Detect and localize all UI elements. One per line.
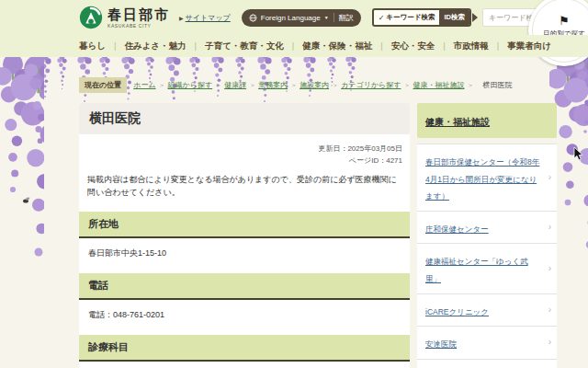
current-location-badge: 現在の位置	[79, 77, 127, 93]
pointer-right-icon	[472, 13, 478, 22]
sidebar-item[interactable]: iCAREクリニック ›	[417, 293, 557, 327]
logo-title: 春日部市	[107, 7, 170, 21]
info-sections: 所在地 春日部市中央1-15-10 電話 電話：048-761-0201 診療科…	[79, 212, 410, 368]
sidebar: 健康・福祉施設 春日部市保健センター（令和8年4月1日から開所日が変更になります…	[417, 103, 557, 368]
foreign-language-button[interactable]: Foreign Language ▼ 翻訳	[242, 9, 361, 27]
section-text: 春日部市中央1-15-10	[79, 238, 410, 261]
breadcrumb-current: 横田医院	[482, 80, 512, 90]
breadcrumb-link[interactable]: カテゴリから探す	[341, 80, 413, 90]
sidebar-link[interactable]: iCAREクリニック	[425, 307, 489, 316]
section-heading: 所在地	[79, 212, 410, 238]
nav-item[interactable]: 健康・保険・福祉	[284, 40, 372, 52]
translate-label: 翻訳	[339, 13, 354, 23]
breadcrumb: 現在の位置 ホーム 組織から探す 健康課 業務案内 施設案内 カテゴリから探す …	[79, 77, 512, 93]
nav-item[interactable]: 住みよさ・魅力	[106, 40, 187, 52]
section-heading: 診療科目	[79, 335, 410, 362]
breadcrumb-link[interactable]: 健康・福祉施設	[413, 80, 476, 90]
page-meta: 更新日：2025年03月05日 ページID：4271	[79, 134, 410, 167]
section-heading: 電話	[79, 273, 410, 300]
columns: 横田医院 更新日：2025年03月05日 ページID：4271 掲載内容は都合に…	[79, 103, 557, 368]
sidebar-link[interactable]: 庄和保健センター	[425, 224, 489, 234]
sidebar-item[interactable]: あゆみクリニック ›	[417, 359, 557, 368]
nav-item[interactable]: 市政情報	[435, 40, 488, 52]
section-text: 電話：048-761-0201	[79, 300, 410, 323]
city-logo-icon	[79, 6, 103, 29]
logo-text: 春日部市 KASUKABE CITY	[107, 7, 170, 29]
sitemap-link[interactable]: ▶ サイトマップ	[179, 13, 231, 23]
sidebar-link[interactable]: 安達医院	[425, 339, 457, 349]
check-icon: ✓	[379, 14, 385, 22]
sidebar-item[interactable]: 庄和保健センター ›	[417, 211, 557, 244]
chevron-right-icon: ›	[548, 305, 551, 315]
foreign-language-label: Foreign Language	[261, 14, 321, 22]
site-header: 春日部市 KASUKABE CITY ▶ サイトマップ Foreign Lang…	[0, 0, 588, 35]
triangle-right-icon: ▶	[179, 15, 184, 21]
sidebar-link[interactable]: 春日部市保健センター（令和8年4月1日から開所日が変更になります）	[425, 157, 539, 201]
globe-icon	[249, 14, 257, 22]
chevron-right-icon: ›	[548, 222, 551, 232]
info-section: 電話 電話：048-761-0201	[79, 273, 410, 323]
city-logo[interactable]: 春日部市 KASUKABE CITY	[79, 6, 170, 29]
sidebar-heading[interactable]: 健康・福祉施設	[417, 103, 557, 138]
keyword-search-tab[interactable]: ✓ キーワード検索	[374, 10, 440, 25]
keyword-search-tab-label: キーワード検索	[386, 13, 435, 22]
page-title: 横田医院	[79, 103, 410, 134]
sidebar-item[interactable]: 安達医院 ›	[417, 326, 557, 359]
global-nav: 暮らし 住みよさ・魅力 子育て・教育・文化 健康・保険・福祉 安心・安全 市政情…	[0, 35, 588, 57]
breadcrumb-link[interactable]: 施設案内	[300, 80, 341, 90]
chevron-right-icon: ›	[548, 263, 551, 273]
department-list: 内科麻酔科循環器内科ペインクリニック科	[79, 362, 410, 368]
divider	[334, 13, 334, 22]
notice-text: 掲載内容は都合により変更となる場合がありますので、受診の前に必ず医療機関に問い合…	[79, 167, 410, 201]
main-content: 横田医院 更新日：2025年03月05日 ページID：4271 掲載内容は都合に…	[79, 103, 410, 368]
sidebar-heading-link[interactable]: 健康・福祉施設	[425, 117, 490, 127]
breadcrumb-link[interactable]: ホーム	[133, 80, 167, 90]
chevron-right-icon: ›	[548, 172, 551, 182]
breadcrumb-links: ホーム 組織から探す 健康課 業務案内 施設案内 カテゴリから探す 健康・福祉施…	[133, 80, 476, 90]
page-id: ページID：4271	[86, 155, 402, 167]
nav-item[interactable]: 子育て・教育・文化	[187, 40, 284, 52]
info-section: 診療科目 内科麻酔科循環器内科ペインクリニック科	[79, 335, 410, 368]
breadcrumb-link[interactable]: 健康課	[224, 80, 258, 90]
nav-item[interactable]: 暮らし	[79, 40, 106, 52]
sidebar-list: 春日部市保健センター（令和8年4月1日から開所日が変更になります） › 庄和保健…	[417, 144, 557, 368]
updated-date: 更新日：2025年03月05日	[86, 144, 402, 155]
nav-item[interactable]: 安心・安全	[372, 40, 435, 52]
sidebar-link[interactable]: 健康福祉センター「ゆっく武里」	[425, 257, 528, 283]
search-type-tabs: ✓ キーワード検索 ID検索	[372, 8, 471, 27]
breadcrumb-link[interactable]: 業務案内	[258, 80, 300, 90]
sitemap-label: サイトマップ	[186, 13, 231, 23]
sidebar-item[interactable]: 健康福祉センター「ゆっく武里」 ›	[417, 243, 557, 293]
bee-decoration	[22, 197, 30, 203]
info-section: 所在地 春日部市中央1-15-10	[79, 212, 410, 261]
sidebar-item[interactable]: 春日部市保健センター（令和8年4月1日から開所日が変更になります） ›	[417, 144, 557, 211]
content-area: 現在の位置 ホーム 組織から探す 健康課 業務案内 施設案内 カテゴリから探す …	[0, 57, 588, 368]
kasukabe-city-page: 春日部市 KASUKABE CITY ▶ サイトマップ Foreign Lang…	[0, 0, 588, 368]
logo-subtitle: KASUKABE CITY	[107, 23, 170, 29]
wisteria-left-decoration	[0, 57, 44, 368]
breadcrumb-link[interactable]: 組織から探す	[168, 80, 225, 90]
caret-down-icon: ▼	[324, 15, 329, 20]
nav-item[interactable]: 事業者向け	[489, 40, 551, 52]
chevron-right-icon: ›	[548, 337, 551, 347]
id-search-tab[interactable]: ID検索	[439, 10, 469, 25]
